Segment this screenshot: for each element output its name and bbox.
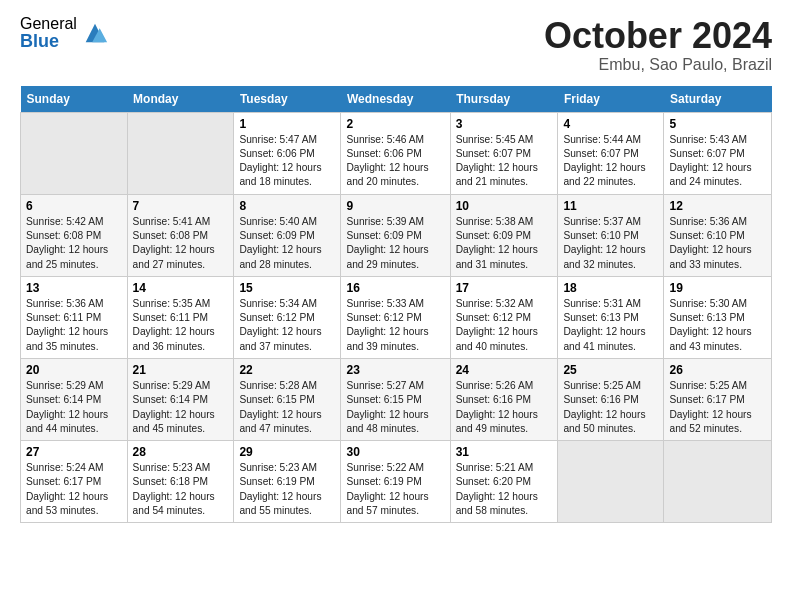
day-info: Sunrise: 5:26 AM Sunset: 6:16 PM Dayligh… <box>456 379 553 436</box>
day-number: 11 <box>563 199 658 213</box>
day-info: Sunrise: 5:23 AM Sunset: 6:19 PM Dayligh… <box>239 461 335 518</box>
calendar-week-row: 20Sunrise: 5:29 AM Sunset: 6:14 PM Dayli… <box>21 358 772 440</box>
calendar-week-row: 6Sunrise: 5:42 AM Sunset: 6:08 PM Daylig… <box>21 194 772 276</box>
day-number: 6 <box>26 199 122 213</box>
day-number: 10 <box>456 199 553 213</box>
table-row: 19Sunrise: 5:30 AM Sunset: 6:13 PM Dayli… <box>664 276 772 358</box>
table-row: 9Sunrise: 5:39 AM Sunset: 6:09 PM Daylig… <box>341 194 450 276</box>
day-number: 4 <box>563 117 658 131</box>
table-row: 29Sunrise: 5:23 AM Sunset: 6:19 PM Dayli… <box>234 441 341 523</box>
calendar-table: Sunday Monday Tuesday Wednesday Thursday… <box>20 86 772 524</box>
table-row: 7Sunrise: 5:41 AM Sunset: 6:08 PM Daylig… <box>127 194 234 276</box>
table-row: 31Sunrise: 5:21 AM Sunset: 6:20 PM Dayli… <box>450 441 558 523</box>
day-info: Sunrise: 5:37 AM Sunset: 6:10 PM Dayligh… <box>563 215 658 272</box>
day-number: 14 <box>133 281 229 295</box>
header-friday: Friday <box>558 86 664 113</box>
table-row: 22Sunrise: 5:28 AM Sunset: 6:15 PM Dayli… <box>234 358 341 440</box>
weekday-header-row: Sunday Monday Tuesday Wednesday Thursday… <box>21 86 772 113</box>
table-row <box>127 112 234 194</box>
day-info: Sunrise: 5:31 AM Sunset: 6:13 PM Dayligh… <box>563 297 658 354</box>
day-info: Sunrise: 5:23 AM Sunset: 6:18 PM Dayligh… <box>133 461 229 518</box>
day-number: 17 <box>456 281 553 295</box>
day-info: Sunrise: 5:29 AM Sunset: 6:14 PM Dayligh… <box>133 379 229 436</box>
day-number: 9 <box>346 199 444 213</box>
table-row: 14Sunrise: 5:35 AM Sunset: 6:11 PM Dayli… <box>127 276 234 358</box>
header-wednesday: Wednesday <box>341 86 450 113</box>
logo-blue: Blue <box>20 32 77 50</box>
day-info: Sunrise: 5:21 AM Sunset: 6:20 PM Dayligh… <box>456 461 553 518</box>
day-info: Sunrise: 5:30 AM Sunset: 6:13 PM Dayligh… <box>669 297 766 354</box>
day-info: Sunrise: 5:43 AM Sunset: 6:07 PM Dayligh… <box>669 133 766 190</box>
table-row: 20Sunrise: 5:29 AM Sunset: 6:14 PM Dayli… <box>21 358 128 440</box>
day-info: Sunrise: 5:46 AM Sunset: 6:06 PM Dayligh… <box>346 133 444 190</box>
day-number: 8 <box>239 199 335 213</box>
table-row: 17Sunrise: 5:32 AM Sunset: 6:12 PM Dayli… <box>450 276 558 358</box>
table-row: 16Sunrise: 5:33 AM Sunset: 6:12 PM Dayli… <box>341 276 450 358</box>
day-info: Sunrise: 5:22 AM Sunset: 6:19 PM Dayligh… <box>346 461 444 518</box>
header-sunday: Sunday <box>21 86 128 113</box>
day-number: 19 <box>669 281 766 295</box>
logo: General Blue <box>20 16 109 50</box>
table-row: 28Sunrise: 5:23 AM Sunset: 6:18 PM Dayli… <box>127 441 234 523</box>
table-row: 1Sunrise: 5:47 AM Sunset: 6:06 PM Daylig… <box>234 112 341 194</box>
table-row <box>21 112 128 194</box>
table-row: 11Sunrise: 5:37 AM Sunset: 6:10 PM Dayli… <box>558 194 664 276</box>
day-number: 23 <box>346 363 444 377</box>
table-row: 15Sunrise: 5:34 AM Sunset: 6:12 PM Dayli… <box>234 276 341 358</box>
day-number: 15 <box>239 281 335 295</box>
day-number: 18 <box>563 281 658 295</box>
table-row: 18Sunrise: 5:31 AM Sunset: 6:13 PM Dayli… <box>558 276 664 358</box>
table-row: 23Sunrise: 5:27 AM Sunset: 6:15 PM Dayli… <box>341 358 450 440</box>
day-info: Sunrise: 5:40 AM Sunset: 6:09 PM Dayligh… <box>239 215 335 272</box>
logo-icon <box>81 19 109 47</box>
table-row: 24Sunrise: 5:26 AM Sunset: 6:16 PM Dayli… <box>450 358 558 440</box>
day-number: 21 <box>133 363 229 377</box>
day-info: Sunrise: 5:28 AM Sunset: 6:15 PM Dayligh… <box>239 379 335 436</box>
table-row <box>558 441 664 523</box>
day-number: 26 <box>669 363 766 377</box>
day-number: 22 <box>239 363 335 377</box>
day-number: 1 <box>239 117 335 131</box>
day-info: Sunrise: 5:27 AM Sunset: 6:15 PM Dayligh… <box>346 379 444 436</box>
table-row: 26Sunrise: 5:25 AM Sunset: 6:17 PM Dayli… <box>664 358 772 440</box>
day-info: Sunrise: 5:47 AM Sunset: 6:06 PM Dayligh… <box>239 133 335 190</box>
table-row: 3Sunrise: 5:45 AM Sunset: 6:07 PM Daylig… <box>450 112 558 194</box>
day-info: Sunrise: 5:36 AM Sunset: 6:11 PM Dayligh… <box>26 297 122 354</box>
header-monday: Monday <box>127 86 234 113</box>
table-row: 6Sunrise: 5:42 AM Sunset: 6:08 PM Daylig… <box>21 194 128 276</box>
day-info: Sunrise: 5:25 AM Sunset: 6:16 PM Dayligh… <box>563 379 658 436</box>
header-tuesday: Tuesday <box>234 86 341 113</box>
day-info: Sunrise: 5:35 AM Sunset: 6:11 PM Dayligh… <box>133 297 229 354</box>
day-info: Sunrise: 5:41 AM Sunset: 6:08 PM Dayligh… <box>133 215 229 272</box>
day-number: 16 <box>346 281 444 295</box>
header-thursday: Thursday <box>450 86 558 113</box>
day-number: 3 <box>456 117 553 131</box>
day-number: 30 <box>346 445 444 459</box>
table-row: 12Sunrise: 5:36 AM Sunset: 6:10 PM Dayli… <box>664 194 772 276</box>
location-title: Embu, Sao Paulo, Brazil <box>544 56 772 74</box>
calendar-week-row: 13Sunrise: 5:36 AM Sunset: 6:11 PM Dayli… <box>21 276 772 358</box>
day-info: Sunrise: 5:36 AM Sunset: 6:10 PM Dayligh… <box>669 215 766 272</box>
day-info: Sunrise: 5:29 AM Sunset: 6:14 PM Dayligh… <box>26 379 122 436</box>
title-block: October 2024 Embu, Sao Paulo, Brazil <box>544 16 772 74</box>
table-row: 13Sunrise: 5:36 AM Sunset: 6:11 PM Dayli… <box>21 276 128 358</box>
day-number: 2 <box>346 117 444 131</box>
header: General Blue October 2024 Embu, Sao Paul… <box>20 16 772 74</box>
day-number: 25 <box>563 363 658 377</box>
day-number: 20 <box>26 363 122 377</box>
day-info: Sunrise: 5:32 AM Sunset: 6:12 PM Dayligh… <box>456 297 553 354</box>
table-row: 30Sunrise: 5:22 AM Sunset: 6:19 PM Dayli… <box>341 441 450 523</box>
month-title: October 2024 <box>544 16 772 56</box>
table-row: 10Sunrise: 5:38 AM Sunset: 6:09 PM Dayli… <box>450 194 558 276</box>
logo-text: General Blue <box>20 16 77 50</box>
day-number: 7 <box>133 199 229 213</box>
day-info: Sunrise: 5:42 AM Sunset: 6:08 PM Dayligh… <box>26 215 122 272</box>
calendar-week-row: 1Sunrise: 5:47 AM Sunset: 6:06 PM Daylig… <box>21 112 772 194</box>
day-info: Sunrise: 5:24 AM Sunset: 6:17 PM Dayligh… <box>26 461 122 518</box>
table-row: 8Sunrise: 5:40 AM Sunset: 6:09 PM Daylig… <box>234 194 341 276</box>
table-row <box>664 441 772 523</box>
day-info: Sunrise: 5:33 AM Sunset: 6:12 PM Dayligh… <box>346 297 444 354</box>
day-info: Sunrise: 5:34 AM Sunset: 6:12 PM Dayligh… <box>239 297 335 354</box>
day-number: 24 <box>456 363 553 377</box>
table-row: 4Sunrise: 5:44 AM Sunset: 6:07 PM Daylig… <box>558 112 664 194</box>
